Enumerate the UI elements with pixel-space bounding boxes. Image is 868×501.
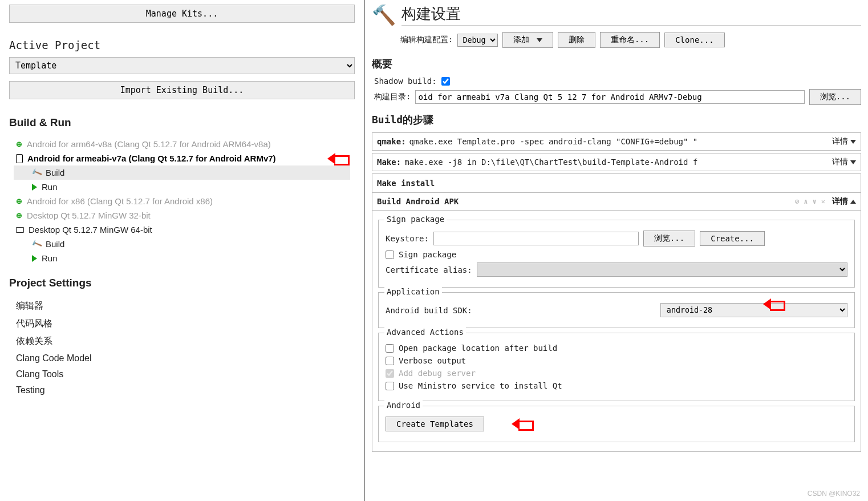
kit-label: Desktop Qt 5.12.7 MinGW 64-bit xyxy=(29,225,152,235)
qmake-title: qmake: xyxy=(377,137,406,146)
disable-icon[interactable]: ⊘ xyxy=(795,197,799,205)
ministro-label: Use Ministro service to install Qt xyxy=(399,381,562,390)
chevron-up-icon xyxy=(850,200,856,204)
kit-label: Desktop Qt 5.12.7 MinGW 32-bit xyxy=(27,211,151,220)
kit-label: Android for arm64-v8a (Clang Qt 5.12.7 f… xyxy=(27,139,271,149)
open-after-label: Open package location after build xyxy=(399,344,557,353)
sub-label: Build xyxy=(46,239,64,249)
build-steps-heading: Build的步骤 xyxy=(372,113,861,127)
sign-package-legend: Sign package xyxy=(384,215,447,224)
build-run-heading: Build & Run xyxy=(9,116,355,129)
application-legend: Application xyxy=(384,287,442,296)
kit-mingw64-build[interactable]: 🔨 Build xyxy=(14,237,350,251)
open-after-checkbox[interactable] xyxy=(386,344,394,353)
keystore-browse-button[interactable]: 浏览... xyxy=(643,231,695,247)
plus-icon: ⊕ xyxy=(16,211,22,220)
shadow-build-checkbox[interactable] xyxy=(441,77,450,86)
rename-config-button[interactable]: 重命名... xyxy=(600,32,660,48)
kit-label: Android for armeabi-v7a (Clang Qt 5.12.7… xyxy=(27,153,276,163)
verbose-checkbox[interactable] xyxy=(386,357,394,365)
annotation-arrow-icon xyxy=(763,298,786,310)
add-config-button[interactable]: 添加 xyxy=(502,32,553,48)
kit-armeabi-run[interactable]: Run xyxy=(14,180,350,194)
ps-editor[interactable]: 编辑器 xyxy=(16,297,348,315)
left-panel: Manage Kits... Active Project Template I… xyxy=(0,0,365,501)
chevron-down-icon xyxy=(850,160,856,164)
hammer-icon: 🔨 xyxy=(31,238,43,249)
play-icon xyxy=(32,255,37,262)
build-config-select[interactable]: Debug xyxy=(457,34,498,47)
make-title: Make: xyxy=(377,157,401,167)
monitor-icon xyxy=(16,227,24,233)
ministro-checkbox[interactable] xyxy=(386,382,394,390)
clone-config-button[interactable]: Clone... xyxy=(664,33,724,47)
watermark: CSDN @KINO32 xyxy=(808,490,860,498)
android-legend: Android xyxy=(384,401,423,410)
hammer-icon: 🔨 xyxy=(372,3,396,26)
android-group: Android Create Templates xyxy=(378,406,855,442)
verbose-label: Verbose output xyxy=(399,356,466,365)
project-settings-heading: Project Settings xyxy=(9,277,355,289)
page-title: 构建设置 xyxy=(401,4,861,26)
kit-armeabi-v7a[interactable]: Android for armeabi-v7a (Clang Qt 5.12.7… xyxy=(14,151,324,165)
sub-label: Build xyxy=(46,168,64,177)
right-panel: 🔨 构建设置 编辑构建配置: Debug 添加 删除 重命名... Clone.… xyxy=(365,0,868,501)
make-text: make.exe -j8 in D:\file\QT\ChartTest\bui… xyxy=(404,157,832,167)
qmake-text: qmake.exe Template.pro -spec android-cla… xyxy=(409,137,832,146)
remove-icon[interactable]: ✕ xyxy=(821,197,825,205)
browse-build-dir-button[interactable]: 浏览... xyxy=(809,89,861,105)
down-icon[interactable]: ∨ xyxy=(813,197,817,205)
make-install-step: Make install xyxy=(372,173,861,192)
advanced-actions-group: Advanced Actions Open package location a… xyxy=(378,333,855,401)
build-apk-header: Build Android APK ⊘ ∧ ∨ ✕ 详情 xyxy=(372,192,861,211)
build-dir-label: 构建目录: xyxy=(374,92,411,102)
annotation-arrow-icon xyxy=(512,418,534,430)
kit-x86[interactable]: ⊕ Android for x86 (Clang Qt 5.12.7 for A… xyxy=(14,194,350,208)
ps-dependencies[interactable]: 依赖关系 xyxy=(16,333,348,350)
sdk-label: Android build SDK: xyxy=(386,306,472,315)
manage-kits-button[interactable]: Manage Kits... xyxy=(9,5,355,23)
qmake-step: qmake: qmake.exe Template.pro -spec andr… xyxy=(372,132,861,151)
delete-config-button[interactable]: 删除 xyxy=(558,32,595,48)
ps-codestyle[interactable]: 代码风格 xyxy=(16,315,348,333)
chevron-down-icon xyxy=(850,140,856,144)
chevron-down-icon xyxy=(537,38,542,42)
cert-alias-select[interactable] xyxy=(477,262,847,277)
qmake-details-button[interactable]: 详情 xyxy=(832,136,856,147)
make-details-button[interactable]: 详情 xyxy=(832,157,856,167)
sign-package-checkbox[interactable] xyxy=(386,251,394,259)
add-debug-label: Add debug server xyxy=(399,369,476,378)
kit-arm64-v8a[interactable]: ⊕ Android for arm64-v8a (Clang Qt 5.12.7… xyxy=(14,137,350,151)
active-project-select[interactable]: Template xyxy=(9,57,355,74)
phone-icon xyxy=(16,154,23,163)
hammer-icon: 🔨 xyxy=(31,167,43,178)
ps-testing[interactable]: Testing xyxy=(16,382,348,398)
import-build-button[interactable]: Import Existing Build... xyxy=(9,81,355,99)
keystore-create-button[interactable]: Create... xyxy=(700,231,765,246)
up-icon[interactable]: ∧ xyxy=(804,197,808,205)
kit-mingw64-run[interactable]: Run xyxy=(14,251,350,265)
plus-icon: ⊕ xyxy=(16,140,22,148)
plus-icon: ⊕ xyxy=(16,197,22,205)
apk-details-button[interactable]: 详情 xyxy=(832,196,856,207)
android-sdk-select[interactable]: android-28 xyxy=(660,303,847,317)
sign-package-checkbox-label: Sign package xyxy=(399,250,456,259)
kit-armeabi-build[interactable]: 🔨 Build xyxy=(14,165,350,180)
build-dir-input[interactable] xyxy=(415,90,804,104)
keystore-label: Keystore: xyxy=(386,234,429,243)
sign-package-group: Sign package Keystore: 浏览... Create... S… xyxy=(378,220,855,288)
make-step: Make: make.exe -j8 in D:\file\QT\ChartTe… xyxy=(372,153,861,171)
advanced-legend: Advanced Actions xyxy=(384,328,466,337)
kit-mingw64[interactable]: Desktop Qt 5.12.7 MinGW 64-bit xyxy=(14,223,350,237)
cert-alias-label: Certificate alias: xyxy=(386,265,472,274)
application-group: Application Android build SDK: android-2… xyxy=(378,292,855,328)
kit-mingw32[interactable]: ⊕ Desktop Qt 5.12.7 MinGW 32-bit xyxy=(14,208,350,223)
ps-clang-tools[interactable]: Clang Tools xyxy=(16,366,348,382)
overview-heading: 概要 xyxy=(372,57,861,71)
create-templates-button[interactable]: Create Templates xyxy=(386,417,484,431)
annotation-arrow-icon xyxy=(327,153,350,164)
build-apk-title: Build Android APK xyxy=(377,197,459,206)
ps-clang-code-model[interactable]: Clang Code Model xyxy=(16,350,348,366)
keystore-input[interactable] xyxy=(433,232,639,245)
active-project-heading: Active Project xyxy=(9,39,355,51)
